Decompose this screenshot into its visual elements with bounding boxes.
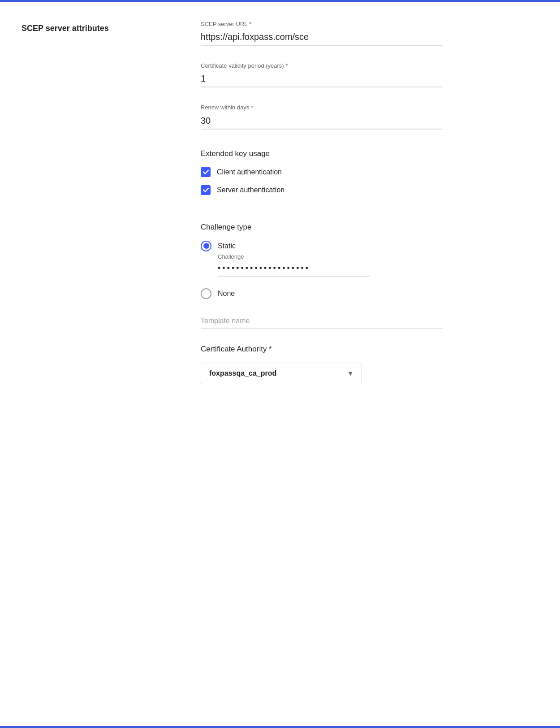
template-name-input[interactable] bbox=[201, 317, 443, 329]
scep-url-label: SCEP server URL * bbox=[201, 20, 443, 28]
scep-url-field-group: SCEP server URL * bbox=[201, 20, 443, 46]
certificate-authority-label: Certificate Authority * bbox=[201, 345, 443, 354]
client-auth-checkbox[interactable] bbox=[201, 167, 211, 177]
renew-within-input[interactable] bbox=[201, 116, 443, 130]
renew-within-label: Renew within days * bbox=[201, 104, 443, 112]
static-radio-inner bbox=[203, 243, 209, 249]
template-name-section bbox=[201, 317, 443, 329]
challenge-field-indent: Challenge bbox=[218, 253, 443, 277]
server-auth-label: Server authentication bbox=[217, 186, 284, 194]
bottom-bar bbox=[0, 726, 560, 728]
challenge-type-heading: Challenge type bbox=[201, 223, 443, 232]
cert-validity-field-group: Certificate validity period (years) * bbox=[201, 62, 443, 87]
chevron-down-icon: ▼ bbox=[347, 370, 353, 377]
challenge-input[interactable] bbox=[218, 264, 370, 277]
renew-within-field-group: Renew within days * bbox=[201, 104, 443, 129]
none-radio-label: None bbox=[218, 290, 235, 298]
scep-url-input[interactable] bbox=[201, 32, 443, 46]
server-auth-row: Server authentication bbox=[201, 185, 443, 195]
certificate-authority-value: foxpassqa_ca_prod bbox=[209, 369, 276, 377]
section-title: SCEP server attributes bbox=[22, 24, 109, 33]
client-auth-row: Client authentication bbox=[201, 167, 443, 177]
static-radio-label: Static bbox=[218, 242, 236, 250]
client-auth-label: Client authentication bbox=[217, 168, 282, 176]
cert-validity-input[interactable] bbox=[201, 74, 443, 87]
none-radio-row: None bbox=[201, 288, 443, 299]
certificate-authority-section: Certificate Authority * foxpassqa_ca_pro… bbox=[201, 345, 443, 384]
challenge-type-radio-group: Static Challenge None bbox=[201, 241, 443, 299]
static-radio-row: Static bbox=[201, 241, 443, 251]
static-radio-button[interactable] bbox=[201, 241, 211, 251]
cert-validity-label: Certificate validity period (years) * bbox=[201, 62, 443, 70]
extended-key-usage-section: Extended key usage Client authentication… bbox=[201, 146, 443, 203]
extended-key-usage-heading: Extended key usage bbox=[201, 149, 443, 158]
challenge-label: Challenge bbox=[218, 253, 443, 260]
server-auth-checkbox[interactable] bbox=[201, 185, 211, 195]
certificate-authority-dropdown[interactable]: foxpassqa_ca_prod ▼ bbox=[201, 363, 362, 384]
none-radio-button[interactable] bbox=[201, 288, 211, 299]
challenge-type-section: Challenge type Static Challenge bbox=[201, 219, 443, 303]
